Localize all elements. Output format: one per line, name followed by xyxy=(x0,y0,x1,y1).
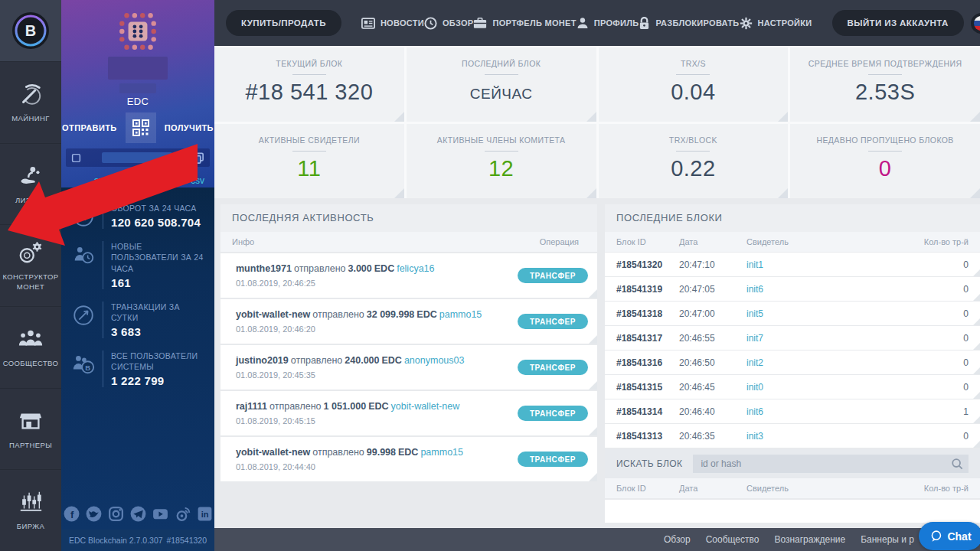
twitter-icon[interactable] xyxy=(85,505,103,523)
nav-item-news[interactable]: НОВОСТИ xyxy=(361,18,424,29)
sidebar-item-partners[interactable]: ПАРТНЕРЫ xyxy=(0,388,61,470)
sender-link[interactable]: munthe1971 xyxy=(236,263,292,274)
card-value: #18 541 320 xyxy=(214,80,404,105)
nav-item-profile[interactable]: ПРОФИЛЬ xyxy=(577,17,639,29)
activity-row: justino2019отправлено240.000EDCanonymous… xyxy=(220,345,597,390)
nav-item-unlock[interactable]: РАЗБЛОКИРОВАТЬ xyxy=(639,17,739,30)
wallet-actions: ОТПРАВИТЬ ПОЛУЧИТЬ xyxy=(61,112,214,143)
copy-address-icon[interactable] xyxy=(193,152,204,164)
footer-link-rewards[interactable]: Вознаграждение xyxy=(774,534,845,545)
svg-text:f: f xyxy=(70,509,74,520)
transfer-badge[interactable]: ТРАНСФЕР xyxy=(518,406,588,421)
qr-button[interactable] xyxy=(126,112,156,143)
block-search-input[interactable] xyxy=(693,455,969,473)
send-button[interactable]: ОТПРАВИТЬ xyxy=(62,123,117,132)
telegram-icon[interactable] xyxy=(129,505,147,523)
main-area: КУПИТЬ/ПРОДАТЬ НОВОСТИ ОБЗОР ПОРТФЕЛЬ МО… xyxy=(214,0,980,551)
sender-link[interactable]: raj1111 xyxy=(236,401,267,412)
activity-row: raj1111отправлено1 051.000EDCyobit-walle… xyxy=(220,391,597,435)
sender-link[interactable]: yobit-wallet-new xyxy=(236,447,310,458)
footer-link-community[interactable]: Сообщество xyxy=(706,534,760,545)
sidebar-item-exchange[interactable]: БИРЖА xyxy=(0,469,61,551)
sidebar-item-coin-constructor[interactable]: КОНСТРУКТОР МОНЕТ xyxy=(0,224,61,306)
block-id[interactable]: #18541313 xyxy=(616,431,679,442)
search-icon[interactable] xyxy=(951,458,963,473)
block-id[interactable]: #18541314 xyxy=(616,406,679,417)
card-value: 0.04 xyxy=(599,80,789,105)
balance-sub-redacted xyxy=(119,83,156,93)
card-value: 2.53S xyxy=(790,80,980,105)
app-window: B МАЙНИНГ ЛИЗИНГ xyxy=(0,0,980,551)
recipient-link[interactable]: yobit-wallet-new xyxy=(391,401,460,412)
transfer-badge[interactable]: ТРАНСФЕР xyxy=(518,360,588,375)
weibo-icon[interactable] xyxy=(174,505,191,523)
download-history-csv-link[interactable]: ать полную историю в csv xyxy=(61,175,214,186)
block-row: #1854131820:47:00init50 xyxy=(605,302,980,325)
witness-link[interactable]: init6 xyxy=(746,406,909,417)
witness-link[interactable]: init6 xyxy=(746,284,909,295)
receive-button[interactable]: ПОЛУЧИТЬ xyxy=(165,123,214,132)
current-block-number: #18541320 xyxy=(166,536,207,545)
witness-link[interactable]: init7 xyxy=(746,333,909,344)
language-selector[interactable] xyxy=(971,13,980,34)
witness-link[interactable]: init5 xyxy=(746,308,909,319)
footer-link-banners[interactable]: Баннеры и р xyxy=(861,534,914,545)
chat-button[interactable]: Chat xyxy=(919,522,980,550)
block-id[interactable]: #18541320 xyxy=(616,259,679,270)
partners-store-icon xyxy=(18,408,44,434)
recipient-link[interactable]: anonymous03 xyxy=(404,355,465,366)
unlock-padlock-icon xyxy=(639,17,650,30)
card-value: СЕЙЧАС xyxy=(407,80,596,103)
nav-item-portfolio[interactable]: ПОРТФЕЛЬ МОНЕТ xyxy=(473,17,576,29)
nav-items: НОВОСТИ ОБЗОР ПОРТФЕЛЬ МОНЕТ ПРОФИЛЬ РАЗ… xyxy=(361,17,812,30)
nav-label: ОБЗОР xyxy=(443,18,473,28)
sidebar-item-mining[interactable]: МАЙНИНГ xyxy=(0,61,61,143)
blocks-columns: Блок IDДатаСвидетельКол-во тр-й xyxy=(605,232,980,252)
stat-value: 120 620 508.704 xyxy=(111,216,201,229)
sidebar-item-community[interactable]: СООБЩЕСТВО xyxy=(0,306,61,388)
block-id[interactable]: #18541317 xyxy=(616,333,679,344)
transfer-badge[interactable]: ТРАНСФЕР xyxy=(518,268,588,283)
stat-value: 1 222 799 xyxy=(111,374,207,387)
card-trx-per-block: TRX/BLOCK 0.22 xyxy=(599,124,789,198)
witness-link[interactable]: init2 xyxy=(746,357,909,368)
facebook-icon[interactable]: f xyxy=(63,505,80,523)
sidebar-item-leasing[interactable]: ЛИЗИНГ xyxy=(0,143,61,225)
block-id[interactable]: #18541316 xyxy=(616,357,679,368)
instagram-icon[interactable] xyxy=(107,505,125,523)
transfer-badge[interactable]: ТРАНСФЕР xyxy=(518,452,588,467)
block-id[interactable]: #18541319 xyxy=(616,284,679,295)
stat-turnover: B ОБОРОТ ЗА 24 ЧАСА 120 620 508.704 xyxy=(61,197,214,235)
nav-item-overview[interactable]: ОБЗОР xyxy=(424,17,473,30)
witness-link[interactable]: init1 xyxy=(746,259,909,270)
youtube-icon[interactable] xyxy=(152,505,169,523)
activity-time: 01.08.2019, 20:45:15 xyxy=(236,416,462,425)
sender-link[interactable]: justino2019 xyxy=(236,355,289,366)
blocks-title: ПОСЛЕДНИЕ БЛОКИ xyxy=(605,204,980,232)
logout-button[interactable]: ВЫЙТИ ИЗ АККАУНТА xyxy=(832,10,964,36)
address-redacted xyxy=(102,152,172,163)
footer-link-overview[interactable]: Обзор xyxy=(664,534,691,545)
linkedin-icon[interactable]: in xyxy=(196,505,214,523)
witness-link[interactable]: init3 xyxy=(746,431,909,442)
block-id[interactable]: #18541315 xyxy=(616,382,679,393)
profile-person-icon xyxy=(577,17,589,29)
block-id[interactable]: #18541318 xyxy=(616,308,679,319)
russian-flag-icon xyxy=(973,15,980,31)
nav-item-settings[interactable]: НАСТРОЙКИ xyxy=(740,17,812,30)
buy-sell-button[interactable]: КУПИТЬ/ПРОДАТЬ xyxy=(226,10,341,36)
network-stats: B ОБОРОТ ЗА 24 ЧАСА 120 620 508.704 НОВЫ… xyxy=(61,187,214,530)
recipient-link[interactable]: felicya16 xyxy=(397,263,434,274)
recipient-link[interactable]: pammo15 xyxy=(439,309,482,320)
transfer-badge[interactable]: ТРАНСФЕР xyxy=(518,314,588,329)
witness-link[interactable]: init0 xyxy=(746,382,909,393)
app-logo[interactable]: B xyxy=(0,0,61,61)
activity-time: 01.08.2019, 20:46:25 xyxy=(236,279,437,288)
card-last-block: ПОСЛЕДНИЙ БЛОК СЕЙЧАС xyxy=(407,47,596,122)
sender-link[interactable]: yobit-wallet-new xyxy=(236,309,310,320)
settings-gear-icon xyxy=(740,17,753,30)
recipient-link[interactable]: pammo15 xyxy=(420,447,463,458)
address-row xyxy=(66,148,210,167)
transactions-icon xyxy=(67,302,100,338)
stat-label: ТРАНЗАКЦИИ ЗА СУТКИ xyxy=(111,302,207,323)
